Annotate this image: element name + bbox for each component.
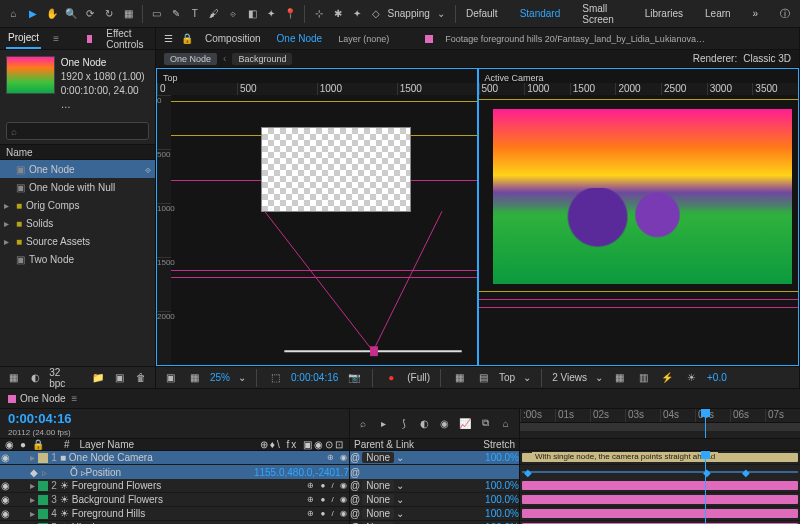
viewer-right[interactable]: Active Camera 50010001500200025003000350… — [479, 69, 799, 365]
clone-tool-icon[interactable]: ⟐ — [226, 6, 241, 22]
viewer[interactable]: Top 050010001500 0500100015002000 — [156, 68, 799, 366]
motion-blur-icon[interactable]: ◉ — [438, 415, 452, 431]
ws-small[interactable]: Small Screen — [578, 1, 626, 27]
comp-crumb-name[interactable]: One Node — [273, 31, 327, 46]
ws-default[interactable]: Default — [462, 6, 502, 21]
new-folder-icon[interactable]: 📁 — [90, 370, 106, 386]
ws-overflow-icon[interactable]: » — [749, 6, 763, 21]
zoom-value[interactable]: 25% — [210, 372, 230, 383]
views-chevron-icon[interactable]: ⌄ — [595, 372, 603, 383]
tab-project[interactable]: Project — [6, 28, 41, 49]
view-chevron-icon[interactable]: ⌄ — [523, 372, 531, 383]
layer-row[interactable]: ◉▸1■ One Node Camera⊕ ◉ — [0, 451, 349, 465]
pickwhip-icon[interactable]: @ — [350, 508, 360, 519]
lock-icon[interactable]: 🔒 — [181, 33, 193, 44]
visibility-icon[interactable]: ◉ — [0, 494, 10, 505]
interpret-icon[interactable]: ▦ — [6, 370, 22, 386]
viewer-left[interactable]: Top 050010001500 0500100015002000 — [157, 69, 477, 365]
layer-row[interactable]: ◉▸4☀ Foreground Hills⊕ ● / ◉ — [0, 507, 349, 521]
hand-tool-icon[interactable]: ✋ — [44, 6, 59, 22]
pickwhip-icon[interactable]: @ — [350, 480, 360, 491]
subtab-background[interactable]: Background — [232, 53, 292, 65]
vf-time[interactable]: 0:00:04:16 — [291, 372, 338, 383]
project-item[interactable]: ▣Two Node — [0, 250, 155, 268]
brainstorm-icon[interactable]: ⌂ — [499, 415, 513, 431]
col-parent[interactable]: Parent & Link — [354, 439, 414, 450]
work-area[interactable] — [520, 423, 800, 431]
layer-bar[interactable] — [522, 481, 798, 490]
axis-local-icon[interactable]: ⊹ — [311, 6, 326, 22]
layer-bar[interactable] — [522, 495, 798, 504]
project-item[interactable]: ▸■Solids — [0, 214, 155, 232]
property-row[interactable]: ◆▹Ŏ ▹ Position1155.0,480.0,-2401.7 — [0, 465, 349, 479]
frame-blend-icon[interactable]: ◐ — [417, 415, 431, 431]
puppet-tool-icon[interactable]: 📍 — [283, 6, 298, 22]
stretch-value[interactable]: 100.0% — [485, 508, 519, 519]
layer-row[interactable]: ◉▸3☀ Background Flowers⊕ ● / ◉ — [0, 493, 349, 507]
solo-icon[interactable]: ☰ — [164, 33, 173, 44]
subtab-onenode[interactable]: One Node — [164, 53, 217, 65]
parent-dropdown[interactable]: None — [362, 452, 394, 463]
parent-dropdown[interactable]: None — [362, 508, 394, 519]
fast-preview-icon[interactable]: ⚡ — [659, 370, 675, 386]
ws-learn[interactable]: Learn — [701, 6, 735, 21]
project-item[interactable]: ▸■Source Assets — [0, 232, 155, 250]
layer-marker[interactable]: With single node, the camera points stra… — [532, 452, 718, 461]
share-view-icon[interactable]: ▦ — [611, 370, 627, 386]
visibility-icon[interactable]: ◉ — [0, 508, 10, 519]
timeline-tab[interactable]: One Node — [20, 393, 66, 404]
shy-icon[interactable]: ⟆ — [397, 415, 411, 431]
parent-chevron-icon[interactable]: ⌄ — [396, 480, 404, 491]
visibility-icon[interactable]: ◉ — [0, 452, 10, 463]
views-count[interactable]: 2 Views — [552, 372, 587, 383]
pickwhip-icon[interactable]: @ — [350, 494, 360, 505]
channel-icon[interactable]: ● — [383, 370, 399, 386]
layer-bar[interactable] — [522, 509, 798, 518]
orbit-tool-icon[interactable]: ⟳ — [83, 6, 98, 22]
parent-chevron-icon[interactable]: ⌄ — [396, 452, 404, 463]
exposure-icon[interactable]: ☀ — [683, 370, 699, 386]
comp-bounds[interactable] — [261, 127, 411, 212]
draft3d-icon[interactable]: ⧉ — [478, 415, 492, 431]
region-icon[interactable]: ▣ — [162, 370, 178, 386]
roto-tool-icon[interactable]: ✦ — [264, 6, 279, 22]
col-name[interactable]: Name — [6, 147, 33, 158]
project-search[interactable]: ⌕ — [6, 122, 149, 140]
comp-crumb-label[interactable]: Composition — [201, 31, 265, 46]
snapshot-icon[interactable]: 📷 — [346, 370, 362, 386]
view-select[interactable]: Top — [499, 372, 515, 383]
eraser-tool-icon[interactable]: ◧ — [245, 6, 260, 22]
bpc-label[interactable]: 32 bpc — [49, 367, 78, 389]
graph-icon[interactable]: 📈 — [458, 415, 472, 431]
stretch-value[interactable]: 100.0% — [485, 494, 519, 505]
search-input[interactable] — [17, 126, 144, 137]
ws-standard[interactable]: Standard — [516, 6, 565, 21]
res-value[interactable]: (Full) — [407, 372, 430, 383]
time-ruler[interactable]: :00s01s02s03s04s05s06s07s — [520, 409, 800, 423]
exposure-value[interactable]: +0.0 — [707, 372, 727, 383]
transparency-icon[interactable]: ▦ — [186, 370, 202, 386]
trash-icon[interactable]: 🗑 — [133, 370, 149, 386]
shape-tool-icon[interactable]: ▭ — [149, 6, 164, 22]
playhead-body[interactable] — [705, 451, 706, 524]
rotate-tool-icon[interactable]: ↻ — [102, 6, 117, 22]
renderer-value[interactable]: Classic 3D — [743, 53, 791, 64]
grid-icon[interactable]: ▦ — [451, 370, 467, 386]
playhead[interactable] — [705, 409, 706, 438]
layer-none[interactable]: Layer (none) — [338, 34, 389, 44]
parent-dropdown[interactable]: None — [362, 494, 394, 505]
snapping-label[interactable]: Snapping — [388, 8, 430, 19]
res-pulldown-icon[interactable]: ⬚ — [267, 370, 283, 386]
px-aspect-icon[interactable]: ▥ — [635, 370, 651, 386]
col-stretch[interactable]: Stretch — [483, 439, 515, 450]
zoom-tool-icon[interactable]: 🔍 — [63, 6, 78, 22]
bpc-icon[interactable]: ◐ — [28, 370, 44, 386]
stretch-value[interactable]: 100.0% — [485, 480, 519, 491]
zoom-chevron-icon[interactable]: ⌄ — [238, 372, 246, 383]
snap-chevron-icon[interactable]: ⌄ — [434, 6, 449, 22]
axis-view-icon[interactable]: ✦ — [349, 6, 364, 22]
prop-value[interactable]: 1155.0,480.0,-2401.7 — [254, 467, 349, 478]
guides-icon[interactable]: ▤ — [475, 370, 491, 386]
selection-tool-icon[interactable]: ▶ — [25, 6, 40, 22]
search-help-icon[interactable]: ⓘ — [776, 5, 794, 23]
